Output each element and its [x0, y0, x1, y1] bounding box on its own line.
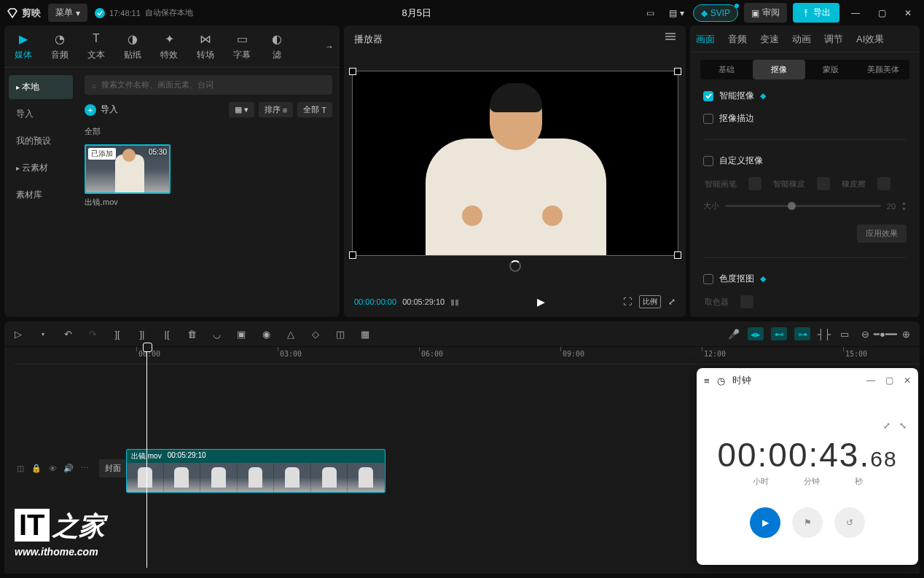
eraser-button[interactable]: [877, 177, 890, 190]
tab-effect[interactable]: ✦特效: [157, 30, 181, 63]
magnet-icon-2[interactable]: ⊷: [771, 327, 787, 340]
timecode-toggle-icon[interactable]: ▮▮: [450, 297, 459, 307]
subtab-cutout[interactable]: 抠像: [753, 60, 805, 79]
focus-icon[interactable]: ⛶: [623, 297, 632, 307]
track-collapse-icon[interactable]: ◫: [15, 463, 26, 474]
sw-maximize-icon[interactable]: ▢: [885, 375, 893, 386]
redo-icon[interactable]: ↷: [86, 327, 99, 340]
undo-icon[interactable]: ↶: [61, 327, 74, 340]
zoom-out-icon[interactable]: ⊖: [858, 327, 872, 340]
tab-speed[interactable]: 变速: [760, 33, 779, 46]
layout-icon-2[interactable]: ▤ ▾: [667, 3, 687, 23]
tab-filter[interactable]: ◐滤: [267, 30, 287, 63]
cover-button[interactable]: 封面: [99, 459, 127, 477]
sw-menu-icon[interactable]: ≡: [704, 375, 710, 386]
sort-button[interactable]: 排序 ≡: [259, 102, 293, 117]
smart-cutout-checkbox[interactable]: [703, 91, 713, 101]
track-mute-icon[interactable]: 🔊: [63, 463, 74, 474]
loading-spinner-icon: [509, 260, 521, 272]
delete-icon[interactable]: 🗑: [185, 327, 198, 340]
player-menu-icon[interactable]: [665, 33, 676, 46]
subtab-basic[interactable]: 基础: [700, 60, 753, 79]
group-icon[interactable]: ▣: [235, 327, 248, 340]
track-lock-icon[interactable]: 🔒: [31, 463, 42, 474]
maximize-button[interactable]: ▢: [872, 3, 892, 23]
sidebar-item-library[interactable]: 素材库: [9, 183, 73, 207]
image-icon[interactable]: ▦: [359, 327, 372, 340]
cursor-dropdown-icon[interactable]: ▾: [36, 327, 50, 340]
record-icon[interactable]: ◉: [259, 327, 273, 340]
smart-brush-button[interactable]: [748, 177, 761, 190]
menu-button[interactable]: 菜单 ▾: [48, 4, 87, 22]
track-visible-icon[interactable]: 👁: [47, 463, 58, 474]
magnet-icon-3[interactable]: ⊶: [794, 327, 810, 340]
tab-media[interactable]: ▶媒体: [12, 30, 35, 63]
sidebar-item-import[interactable]: 导入: [9, 102, 73, 126]
tab-ai[interactable]: AI效果: [856, 33, 884, 46]
preview-icon[interactable]: ▭: [838, 327, 851, 340]
preview-canvas[interactable]: [352, 71, 678, 256]
smart-eraser-button[interactable]: [817, 177, 830, 190]
tab-text[interactable]: T文本: [85, 30, 108, 63]
svip-button[interactable]: ◆ SVIP: [693, 4, 738, 22]
sw-play-button[interactable]: ▶: [750, 507, 780, 538]
media-thumbnail[interactable]: 已添加 05:30 出镜.mov: [85, 144, 171, 208]
ratio-button[interactable]: 比例: [639, 295, 661, 308]
import-button[interactable]: + 导入: [85, 104, 118, 116]
sidebar-item-local[interactable]: 本地: [9, 75, 73, 99]
tab-sticker[interactable]: ◑贴纸: [121, 30, 144, 63]
magnet-icon-1[interactable]: ◂▸: [748, 327, 764, 340]
custom-cutout-checkbox[interactable]: [703, 156, 713, 166]
tab-audio[interactable]: ◔音频: [48, 30, 71, 63]
cursor-icon[interactable]: ▷: [12, 327, 25, 340]
mirror-icon[interactable]: △: [284, 327, 297, 340]
layout-icon-1[interactable]: ▭: [641, 3, 661, 23]
play-button[interactable]: ▶: [537, 296, 545, 308]
sw-pin-icon[interactable]: ⤡: [899, 421, 907, 431]
subtab-beauty[interactable]: 美颜美体: [857, 60, 909, 79]
size-slider[interactable]: [725, 205, 881, 207]
tab-picture[interactable]: 画面: [696, 33, 715, 46]
align-icon[interactable]: ┤├: [818, 327, 831, 340]
sw-minimize-icon[interactable]: —: [866, 375, 875, 386]
subtab-mask[interactable]: 蒙版: [805, 60, 858, 79]
playhead[interactable]: [146, 345, 147, 568]
sidebar-item-presets[interactable]: 我的预设: [9, 129, 73, 153]
tab-caption[interactable]: ▭字幕: [230, 30, 254, 63]
fullscreen-icon[interactable]: ⤢: [668, 297, 676, 307]
sw-lap-button[interactable]: ⚑: [792, 507, 823, 538]
view-mode-button[interactable]: ▦ ▾: [229, 102, 254, 117]
picker-button[interactable]: [740, 295, 753, 308]
tab-audio-prop[interactable]: 音频: [728, 33, 747, 46]
export-button[interactable]: ⭱ 导出: [793, 3, 839, 23]
video-clip[interactable]: 出镜.mov 00:05:29:10: [126, 449, 385, 493]
zoom-in-icon[interactable]: ⊕: [899, 327, 912, 340]
minimize-button[interactable]: —: [845, 3, 866, 23]
tab-adjust[interactable]: 调节: [824, 33, 843, 46]
chroma-checkbox[interactable]: [703, 274, 713, 284]
track-more-icon[interactable]: ⋯: [79, 463, 90, 474]
stroke-checkbox[interactable]: [703, 114, 713, 124]
tabs-more-icon[interactable]: →: [325, 42, 334, 52]
bookmark-icon[interactable]: ◡: [210, 327, 223, 340]
tab-animation[interactable]: 动画: [792, 33, 811, 46]
stroke-label: 抠像描边: [719, 112, 754, 125]
timeline-ruler[interactable]: 00:00 03:00 06:00 09:00 12:00 15:00: [15, 347, 920, 364]
split-left-icon[interactable]: ]|: [136, 327, 149, 340]
sw-close-icon[interactable]: ✕: [904, 375, 911, 386]
zoom-slider[interactable]: ━●━━: [879, 327, 892, 340]
close-button[interactable]: ✕: [898, 3, 918, 23]
rotate-icon[interactable]: ◇: [309, 327, 322, 340]
tab-transition[interactable]: ⋈转场: [194, 30, 217, 63]
sw-expand-icon[interactable]: ⤢: [883, 421, 890, 431]
sw-reset-button[interactable]: ↺: [834, 507, 865, 538]
mic-icon[interactable]: 🎤: [727, 327, 740, 340]
split-right-icon[interactable]: |[: [160, 327, 173, 340]
apply-button[interactable]: 应用效果: [857, 224, 907, 243]
search-input[interactable]: ⌕ 搜索文件名称、画面元素、台词: [85, 75, 332, 95]
sidebar-item-cloud[interactable]: 云素材: [9, 156, 73, 180]
split-icon[interactable]: ][: [111, 327, 124, 340]
filter-button[interactable]: 全部 T: [297, 102, 332, 117]
review-button[interactable]: ▣ 审阅: [744, 3, 787, 23]
crop-icon[interactable]: ◫: [334, 327, 347, 340]
